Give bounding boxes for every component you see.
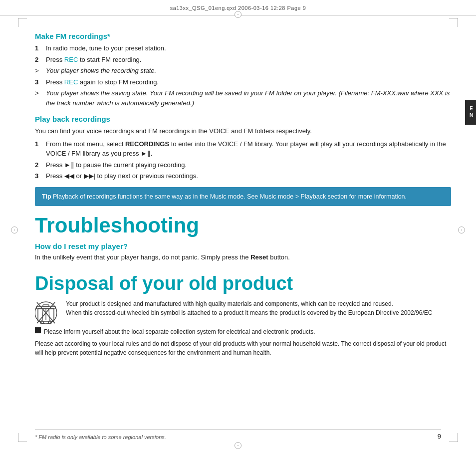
list-item: 2 Press REC to start FM recording. bbox=[35, 55, 451, 65]
fm-recordings-list: 1 In radio mode, tune to your preset sta… bbox=[35, 43, 451, 108]
reg-circle-right bbox=[458, 227, 465, 233]
svg-line-5 bbox=[42, 309, 43, 320]
svg-line-7 bbox=[49, 309, 49, 320]
black-square-icon bbox=[35, 327, 41, 333]
fm-recordings-heading: Make FM recordings* bbox=[35, 32, 451, 40]
playback-heading: Play back recordings bbox=[35, 115, 451, 123]
troubleshooting-sub-heading: How do I reset my player? bbox=[35, 242, 451, 250]
crop-mark-tl bbox=[18, 18, 27, 27]
reset-bold: Reset bbox=[250, 253, 268, 261]
list-item: 1 From the root menu, select RECORDINGS … bbox=[35, 139, 451, 159]
main-content: Make FM recordings* 1 In radio mode, tun… bbox=[35, 25, 451, 435]
page-number: 9 bbox=[438, 433, 441, 440]
reg-circle-bottom bbox=[235, 442, 241, 449]
reg-circle-top bbox=[235, 11, 241, 18]
tip-text: Playback of recordings functions the sam… bbox=[51, 193, 407, 200]
disposal-heading: Disposal of your old product bbox=[35, 273, 451, 294]
footer-note: * FM radio is only available to some reg… bbox=[35, 434, 166, 440]
list-item: 3 Press REC again to stop FM recording. bbox=[35, 77, 451, 87]
disposal-text-2: Please inform yourself about the local s… bbox=[44, 327, 451, 336]
svg-rect-2 bbox=[43, 305, 49, 307]
disposal-section: Your product is designed and manufacture… bbox=[35, 299, 451, 325]
tip-box: Tip Playback of recordings functions the… bbox=[35, 187, 451, 207]
disposal-body: Please act according to your local rules… bbox=[35, 339, 451, 357]
reg-circle-left bbox=[11, 227, 18, 233]
list-item: > Your player shows the saving state. Yo… bbox=[35, 88, 451, 108]
header-text: sa13xx_QSG_01eng.qxd 2006-03-16 12:28 Pa… bbox=[170, 5, 306, 11]
footer: * FM radio is only available to some reg… bbox=[35, 429, 441, 440]
list-item: 2 Press ►‖ to pause the current playing … bbox=[35, 160, 451, 170]
troubleshooting-heading: Troubleshooting bbox=[35, 214, 451, 237]
disposal-text-1: Your product is designed and manufacture… bbox=[66, 299, 451, 325]
tip-label: Tip bbox=[42, 193, 51, 200]
playback-intro: You can find your voice recordings and F… bbox=[35, 126, 451, 136]
playback-list: 1 From the root menu, select RECORDINGS … bbox=[35, 139, 451, 181]
troubleshooting-body: In the unlikely event that your player h… bbox=[35, 252, 451, 262]
bin-svg bbox=[35, 300, 57, 325]
list-item: 3 Press ◀◀ or ▶▶| to play next or previo… bbox=[35, 171, 451, 181]
crop-mark-bl bbox=[18, 433, 27, 442]
en-tab: EN bbox=[465, 100, 476, 125]
disposal-item-2: Please inform yourself about the local s… bbox=[35, 327, 451, 336]
list-item: > Your player shows the recording state. bbox=[35, 66, 451, 76]
list-item: 1 In radio mode, tune to your preset sta… bbox=[35, 43, 451, 53]
disposal-icon bbox=[35, 299, 61, 325]
